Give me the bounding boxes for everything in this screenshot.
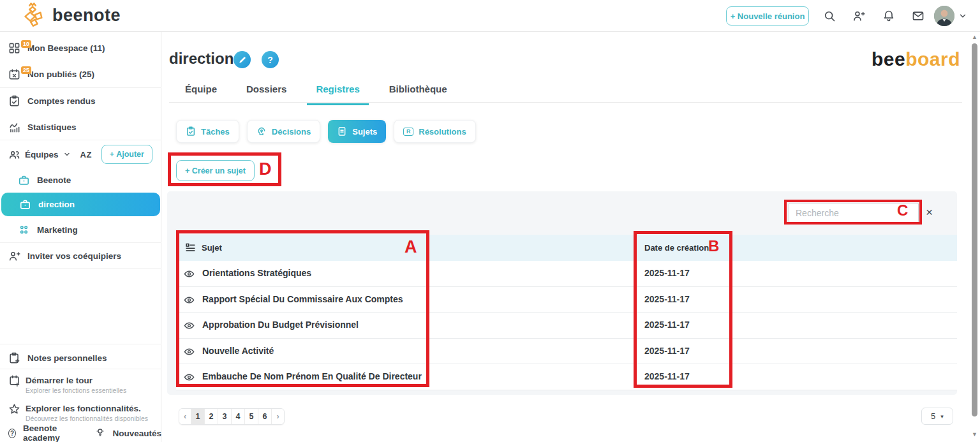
sidebar-item-invite[interactable]: Inviter vos coéquipiers xyxy=(0,244,161,268)
unpublished-badge: 25 xyxy=(21,66,31,74)
notifications-bell-icon[interactable] xyxy=(882,10,895,22)
beeboard-logo: beeboard xyxy=(872,48,960,70)
pagination-page-5[interactable]: 5 xyxy=(245,409,258,424)
help-button[interactable]: ? xyxy=(262,51,279,68)
sidebar-item-beespace[interactable]: 10 Mon Beespace (11) xyxy=(0,36,161,60)
page-title: direction xyxy=(169,50,234,68)
statistics-chart-icon xyxy=(8,121,20,133)
subjects-table: Sujet Date de création Orientations Stra… xyxy=(176,235,957,390)
close-search-icon[interactable]: × xyxy=(926,205,933,219)
view-eye-icon[interactable] xyxy=(184,320,195,331)
edit-title-button[interactable] xyxy=(234,51,251,68)
pagination-page-2[interactable]: 2 xyxy=(205,409,218,424)
explore-subtitle: Découvrez les fonctionnalités disponible… xyxy=(26,415,148,422)
filter-resolutions[interactable]: R Résolutions xyxy=(394,120,475,143)
create-subject-button[interactable]: + Créer un sujet xyxy=(176,160,255,181)
page-size-select[interactable]: 5 ▾ xyxy=(921,408,953,425)
pagination-page-1[interactable]: 1 xyxy=(191,409,205,424)
sidebar-divider xyxy=(0,268,161,269)
tab-registres[interactable]: Registres xyxy=(307,84,368,105)
sidebar-divider xyxy=(0,242,161,243)
sidebar-team-beenote[interactable]: Beenote xyxy=(0,168,161,192)
account-chevron-down-icon[interactable] xyxy=(958,11,967,20)
view-eye-icon[interactable] xyxy=(184,295,195,306)
notes-clipboard-plus-icon xyxy=(8,352,20,364)
messages-mail-icon[interactable] xyxy=(912,10,924,22)
subject-list-icon xyxy=(185,242,196,253)
teams-label[interactable]: Équipes xyxy=(25,150,59,159)
user-avatar[interactable] xyxy=(934,6,954,26)
search-input[interactable] xyxy=(789,203,919,223)
unpublished-calendar-icon: 25 xyxy=(8,68,20,80)
page-size-value: 5 xyxy=(931,411,935,421)
register-filters: Tâches Décisions Sujets R Résolutions xyxy=(176,120,476,143)
pagination-prev[interactable]: ‹ xyxy=(179,409,191,424)
table-header: Sujet Date de création xyxy=(176,235,957,261)
filter-sujets[interactable]: Sujets xyxy=(328,120,386,143)
add-team-button[interactable]: + Ajouter xyxy=(101,145,152,164)
filter-taches[interactable]: Tâches xyxy=(176,120,239,143)
teams-chevron-down-icon[interactable] xyxy=(63,151,71,158)
column-header-created[interactable]: Date de création xyxy=(644,243,709,253)
news-label[interactable]: Nouveautés xyxy=(112,429,161,438)
scroll-down-icon[interactable]: ▼ xyxy=(970,431,979,438)
news-bulb-icon xyxy=(95,427,105,439)
tab-equipe[interactable]: Équipe xyxy=(176,84,226,105)
sidebar-divider xyxy=(0,140,161,140)
sidebar-item-unpublished[interactable]: 25 Non publiés (25) xyxy=(0,62,161,86)
sort-az-icon[interactable]: AZ xyxy=(80,150,92,159)
beenote-logo[interactable]: beenote xyxy=(18,2,121,29)
sidebar-divider xyxy=(0,344,161,344)
sidebar-item-explore-features[interactable]: Explorer les fonctionnalités. Découvrez … xyxy=(0,399,161,426)
tour-subtitle: Explorer les fonctions essentielles xyxy=(26,387,126,394)
sidebar-team-marketing[interactable]: Marketing xyxy=(0,217,161,242)
sidebar-item-start-tour[interactable]: Démarrer le tour Explorer les fonctions … xyxy=(0,371,161,399)
app-window: beenote + Nouvelle réunion 10 Mon Be xyxy=(0,0,980,442)
table-row[interactable]: Rapport Spécial Du Commissaire Aux Compt… xyxy=(176,287,957,313)
pagination-page-3[interactable]: 3 xyxy=(218,409,232,424)
tab-dossiers[interactable]: Dossiers xyxy=(237,84,295,105)
pagination: ‹ 1 2 3 4 5 6 › xyxy=(179,408,285,425)
sidebar-item-minutes[interactable]: Comptes rendus xyxy=(0,89,161,113)
view-eye-icon[interactable] xyxy=(184,346,195,357)
view-eye-icon[interactable] xyxy=(184,269,195,279)
pagination-page-4[interactable]: 4 xyxy=(232,409,245,424)
resolution-bubble-icon: R xyxy=(403,128,413,136)
decision-idea-icon xyxy=(256,126,267,136)
tab-bibliotheque[interactable]: Bibliothèque xyxy=(380,84,456,105)
annotation-letter-d: D xyxy=(259,159,272,179)
bee-logo-icon xyxy=(18,2,47,29)
filter-decisions[interactable]: Décisions xyxy=(247,120,320,143)
add-contact-icon[interactable] xyxy=(852,10,865,22)
invite-person-add-icon xyxy=(8,250,20,262)
top-bar: beenote + Nouvelle réunion xyxy=(0,0,980,32)
table-row[interactable]: Nouvelle Activité 2025-11-17 xyxy=(176,339,957,365)
scrollbar-thumb[interactable] xyxy=(972,43,977,416)
minutes-clipboard-icon xyxy=(8,95,20,107)
search-icon[interactable] xyxy=(823,10,836,22)
sidebar-divider xyxy=(0,369,161,369)
table-row[interactable]: Orientations Stratégiques 2025-11-17 xyxy=(176,261,957,287)
team-briefcase-icon xyxy=(19,198,31,210)
sidebar-bottom-row: ? Beenote academy Nouveautés xyxy=(0,424,161,442)
column-header-subject[interactable]: Sujet xyxy=(202,243,222,253)
sidebar-divider xyxy=(0,87,161,88)
view-eye-icon[interactable] xyxy=(184,372,195,383)
vertical-scrollbar: ▲ ▼ xyxy=(970,32,979,442)
pagination-next[interactable]: › xyxy=(272,409,284,424)
sidebar-teams-header: Équipes AZ + Ajouter xyxy=(0,142,161,166)
academy-label[interactable]: Beenote academy xyxy=(23,424,79,442)
star-icon xyxy=(8,403,20,415)
sidebar-team-direction[interactable]: direction xyxy=(1,193,160,216)
new-meeting-button[interactable]: + Nouvelle réunion xyxy=(726,6,809,26)
pagination-page-6[interactable]: 6 xyxy=(258,409,272,424)
team-tabs: Équipe Dossiers Registres Bibliothèque xyxy=(176,84,456,105)
brand-wordmark: beenote xyxy=(52,6,121,26)
sidebar-item-personal-notes[interactable]: Notes personnelles xyxy=(0,346,161,370)
table-row[interactable]: Embauche De Nom Prénom En Qualité De Dir… xyxy=(176,364,957,390)
table-row[interactable]: Approbation Du Budget Prévisionnel 2025-… xyxy=(176,313,957,339)
sidebar-item-statistics[interactable]: Statistiques xyxy=(0,115,161,139)
team-org-icon xyxy=(18,224,30,236)
beespace-grid-icon: 10 xyxy=(8,42,20,54)
scroll-up-icon[interactable]: ▲ xyxy=(970,34,979,40)
